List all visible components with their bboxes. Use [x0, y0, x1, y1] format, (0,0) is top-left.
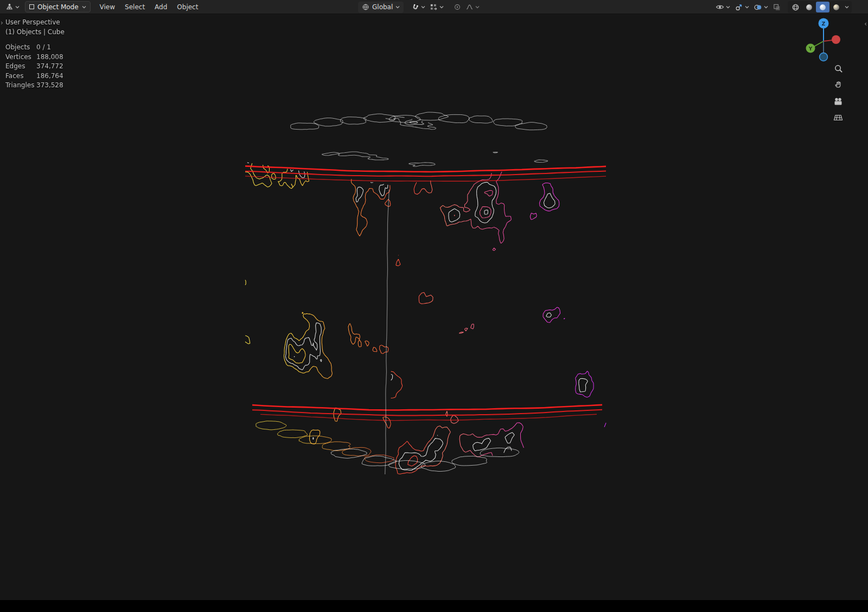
gizmo-x-axis[interactable]: [832, 35, 840, 44]
orientation-label: Global: [372, 3, 393, 11]
snap-increment-icon: [430, 3, 438, 11]
navigation-gizmo[interactable]: Z Y: [803, 16, 845, 64]
viewport-header: Object Mode View Select Add Object Globa…: [0, 0, 868, 14]
toggle-perspective-button[interactable]: [831, 111, 845, 124]
chevron-down-icon: [726, 5, 730, 9]
stat-row-edges: Edges 374,772: [5, 62, 63, 72]
view-perspective-label: User Perspective: [5, 18, 65, 28]
wireframe-sphere-icon: [792, 3, 800, 11]
chevron-down-icon: [475, 5, 480, 9]
viewport-nav-tools: [831, 62, 845, 124]
chevron-down-icon: [395, 5, 400, 9]
show-gizmos-dropdown[interactable]: [732, 1, 751, 13]
chevron-down-icon: [845, 5, 849, 9]
global-orientation-icon: [362, 3, 369, 11]
stat-value: 374,772: [36, 62, 63, 72]
xray-icon: [773, 3, 781, 11]
stat-row-triangles: Triangles 373,528: [5, 81, 63, 91]
pan-tool-button[interactable]: [831, 78, 845, 92]
stat-label: Triangles: [5, 81, 36, 91]
stat-row-objects: Objects 0 / 1: [5, 43, 63, 53]
show-overlays-dropdown[interactable]: [751, 1, 770, 13]
snap-target-dropdown[interactable]: [427, 1, 446, 13]
stat-label: Vertices: [5, 53, 36, 62]
collection-object-label: (1) Objects | Cube: [5, 28, 65, 37]
header-right-tools: [713, 0, 852, 14]
stat-value: 0 / 1: [36, 43, 63, 53]
stat-label: Objects: [5, 43, 36, 53]
editor-type-dropdown[interactable]: [3, 1, 22, 13]
stat-label: Faces: [5, 72, 36, 81]
camera-view-button[interactable]: [831, 94, 845, 108]
toggle-xray-button[interactable]: [770, 1, 783, 13]
gizmo-z-label: Z: [822, 21, 826, 27]
stat-value: 186,764: [36, 72, 63, 81]
editor-type-icon: [5, 3, 14, 11]
grid-perspective-icon: [833, 113, 843, 122]
stat-value: 188,008: [36, 53, 63, 62]
gizmo-y-label: Y: [808, 46, 813, 51]
material-sphere-icon: [819, 3, 827, 11]
mode-selector[interactable]: Object Mode: [25, 1, 91, 12]
header-center-tools: Global: [358, 0, 482, 14]
hand-icon: [834, 80, 843, 89]
chevron-down-icon: [745, 5, 749, 9]
chevron-down-icon: [421, 5, 425, 9]
proportional-editing-toggle[interactable]: [451, 1, 463, 13]
zoom-tool-button[interactable]: [831, 62, 845, 75]
proportional-editing-icon: [454, 3, 461, 11]
snap-magnet-icon: [410, 2, 420, 12]
status-bar: [0, 600, 868, 612]
chevron-down-icon: [764, 5, 768, 9]
overlays-icon: [754, 3, 762, 11]
mode-label: Object Mode: [37, 3, 79, 11]
menu-add[interactable]: Add: [150, 0, 172, 14]
eye-icon: [716, 3, 724, 11]
falloff-curve-icon: [465, 3, 474, 11]
left-region-expand-arrow[interactable]: ›: [1, 19, 3, 27]
proportional-falloff-dropdown[interactable]: [463, 1, 482, 13]
viewport-canvas[interactable]: [0, 0, 868, 612]
shading-mode-group: [788, 1, 852, 13]
menu-view[interactable]: View: [95, 0, 120, 14]
shading-wireframe-button[interactable]: [789, 2, 802, 12]
stat-row-vertices: Vertices 188,008: [5, 53, 63, 62]
right-region-expand-arrow[interactable]: ‹: [864, 20, 867, 28]
gizmo-minus-z-axis[interactable]: [820, 53, 828, 61]
camera-icon: [833, 97, 843, 106]
chevron-down-icon: [15, 5, 20, 9]
shading-solid-button[interactable]: [802, 2, 816, 12]
chevron-down-icon: [439, 5, 444, 9]
shading-material-button[interactable]: [816, 2, 829, 12]
viewport-info-overlay: User Perspective (1) Objects | Cube Obje…: [5, 18, 65, 91]
object-visibility-dropdown[interactable]: [713, 1, 732, 13]
transform-orientation-dropdown[interactable]: Global: [358, 2, 404, 13]
scene-statistics: Objects 0 / 1 Vertices 188,008 Edges 374…: [5, 43, 63, 91]
stat-label: Edges: [5, 62, 36, 72]
snap-toggle-button[interactable]: [409, 1, 427, 13]
rendered-sphere-icon: [832, 3, 840, 11]
zoom-icon: [834, 64, 843, 73]
gizmo-icon: [735, 3, 743, 11]
menu-object[interactable]: Object: [172, 0, 203, 14]
menu-select[interactable]: Select: [120, 0, 150, 14]
stat-row-faces: Faces 186,764: [5, 72, 63, 81]
chevron-down-icon: [82, 5, 86, 9]
blender-window: Object Mode View Select Add Object Globa…: [0, 0, 868, 612]
shading-rendered-button[interactable]: [829, 2, 843, 12]
stat-value: 373,528: [36, 81, 63, 91]
solid-sphere-icon: [805, 3, 813, 11]
object-mode-icon: [29, 4, 34, 9]
